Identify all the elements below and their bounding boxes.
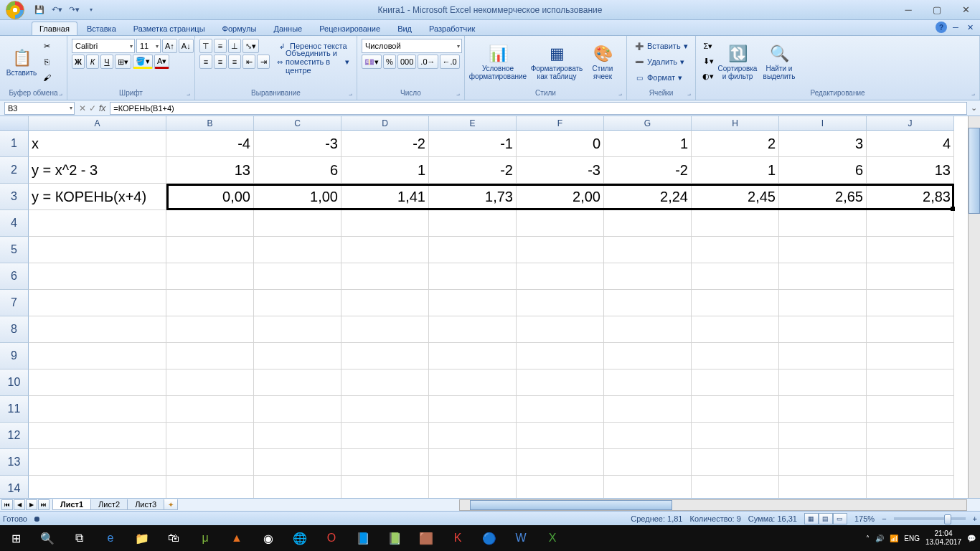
accept-formula-icon[interactable]: ✓ xyxy=(89,103,96,113)
sheet-next-icon[interactable]: ▶ xyxy=(26,499,37,510)
tray-chevron-icon[interactable]: ˄ xyxy=(866,534,870,542)
cell-H4[interactable] xyxy=(692,210,779,237)
network-icon[interactable]: 📶 xyxy=(890,534,898,542)
macro-record-icon[interactable]: ⏺ xyxy=(33,514,41,523)
start-button[interactable]: ⊞ xyxy=(0,525,32,551)
cell-J10[interactable] xyxy=(867,369,954,396)
app-icon-3[interactable]: 🟫 xyxy=(410,525,442,551)
volume-icon[interactable]: 🔊 xyxy=(875,534,884,542)
cell-C7[interactable] xyxy=(254,290,341,316)
row-header-7[interactable]: 7 xyxy=(0,290,29,316)
cell-C1[interactable]: -3 xyxy=(254,131,341,157)
row-header-12[interactable]: 12 xyxy=(0,423,29,449)
fill-icon[interactable]: ⬇▾ xyxy=(700,54,716,68)
cell-A14[interactable] xyxy=(29,476,166,498)
cell-C11[interactable] xyxy=(254,396,341,423)
cell-H5[interactable] xyxy=(692,237,779,263)
cell-E5[interactable] xyxy=(429,237,517,263)
cell-D10[interactable] xyxy=(341,369,429,396)
name-box[interactable]: B3 xyxy=(4,102,75,115)
cell-I1[interactable]: 3 xyxy=(779,131,867,157)
cell-D7[interactable] xyxy=(341,290,429,316)
view-layout-icon[interactable]: ▤ xyxy=(819,513,833,524)
cell-C8[interactable] xyxy=(254,316,341,343)
close-button[interactable]: ✕ xyxy=(951,3,980,17)
row-header-5[interactable]: 5 xyxy=(0,237,29,263)
row-header-11[interactable]: 11 xyxy=(0,396,29,423)
cell-H13[interactable] xyxy=(692,449,779,476)
cell-J1[interactable]: 4 xyxy=(867,131,954,157)
tab-data[interactable]: Данные xyxy=(265,22,310,35)
font-name-combo[interactable]: Calibri xyxy=(72,39,135,53)
cell-H2[interactable]: 1 xyxy=(692,157,779,184)
cell-B6[interactable] xyxy=(166,263,254,290)
cell-E1[interactable]: -1 xyxy=(429,131,517,157)
align-top-icon[interactable]: ⊤ xyxy=(199,39,212,53)
view-break-icon[interactable]: ▭ xyxy=(833,513,847,524)
cell-C5[interactable] xyxy=(254,237,341,263)
cell-D3[interactable]: 1,41 xyxy=(341,184,429,210)
decrease-indent-icon[interactable]: ⇤ xyxy=(242,55,255,69)
cell-B1[interactable]: -4 xyxy=(166,131,254,157)
edge-icon[interactable]: e xyxy=(95,525,126,551)
cell-G9[interactable] xyxy=(604,343,692,369)
tab-view[interactable]: Вид xyxy=(390,22,420,35)
autosum-icon[interactable]: Σ▾ xyxy=(700,39,716,53)
cell-G13[interactable] xyxy=(604,449,692,476)
cell-G7[interactable] xyxy=(604,290,692,316)
cell-H11[interactable] xyxy=(692,396,779,423)
cell-E3[interactable]: 1,73 xyxy=(429,184,517,210)
cell-A4[interactable] xyxy=(29,210,166,237)
cell-D6[interactable] xyxy=(341,263,429,290)
cell-H9[interactable] xyxy=(692,343,779,369)
cell-A1[interactable]: x xyxy=(29,131,166,157)
tray-lang[interactable]: ENG xyxy=(904,534,920,542)
cell-A3[interactable]: y = КОРЕНЬ(x+4) xyxy=(29,184,166,210)
cell-C14[interactable] xyxy=(254,476,341,498)
underline-button[interactable]: Ч xyxy=(100,55,113,69)
search-icon[interactable]: 🔍 xyxy=(32,525,63,551)
cell-E9[interactable] xyxy=(429,343,517,369)
align-middle-icon[interactable]: ≡ xyxy=(214,39,227,53)
cell-B13[interactable] xyxy=(166,449,254,476)
sheet-tab-1[interactable]: Лист1 xyxy=(52,499,91,510)
doc-close-icon[interactable]: ✕ xyxy=(964,22,976,33)
percent-icon[interactable]: % xyxy=(383,55,396,69)
taskbar-clock[interactable]: 21:04 13.04.2017 xyxy=(925,529,961,547)
col-header-G[interactable]: G xyxy=(604,116,692,131)
expand-formula-icon[interactable]: ⌄ xyxy=(967,103,980,113)
cell-C13[interactable] xyxy=(254,449,341,476)
cell-B11[interactable] xyxy=(166,396,254,423)
cell-F13[interactable] xyxy=(517,449,604,476)
cell-J8[interactable] xyxy=(867,316,954,343)
maximize-button[interactable]: ▢ xyxy=(923,3,951,17)
clear-icon[interactable]: ◐▾ xyxy=(700,69,716,83)
row-header-14[interactable]: 14 xyxy=(0,476,29,498)
cell-B2[interactable]: 13 xyxy=(166,157,254,184)
cell-C4[interactable] xyxy=(254,210,341,237)
fx-icon[interactable]: fx xyxy=(99,103,105,113)
cell-H7[interactable] xyxy=(692,290,779,316)
increase-indent-icon[interactable]: ⇥ xyxy=(257,55,270,69)
insert-cells-button[interactable]: ➕Вставить▾ xyxy=(631,39,691,53)
decrease-font-icon[interactable]: A↓ xyxy=(179,39,194,53)
cell-J7[interactable] xyxy=(867,290,954,316)
copy-icon[interactable]: ⎘ xyxy=(40,55,53,69)
cell-E12[interactable] xyxy=(429,423,517,449)
zoom-level[interactable]: 175% xyxy=(854,514,875,523)
font-size-combo[interactable]: 11 xyxy=(136,39,161,53)
cell-D12[interactable] xyxy=(341,423,429,449)
utorrent-icon[interactable]: μ xyxy=(189,525,221,551)
increase-font-icon[interactable]: A↑ xyxy=(162,39,177,53)
cell-D2[interactable]: 1 xyxy=(341,157,429,184)
cell-E14[interactable] xyxy=(429,476,517,498)
format-table-button[interactable]: ▦Форматировать как таблицу xyxy=(528,39,585,86)
orientation-icon[interactable]: ⤡▾ xyxy=(242,39,259,53)
font-color-icon[interactable]: A▾ xyxy=(154,55,169,69)
cell-B9[interactable] xyxy=(166,343,254,369)
cell-E2[interactable]: -2 xyxy=(429,157,517,184)
cell-J4[interactable] xyxy=(867,210,954,237)
col-header-F[interactable]: F xyxy=(517,116,604,131)
cell-D4[interactable] xyxy=(341,210,429,237)
cell-I8[interactable] xyxy=(779,316,867,343)
